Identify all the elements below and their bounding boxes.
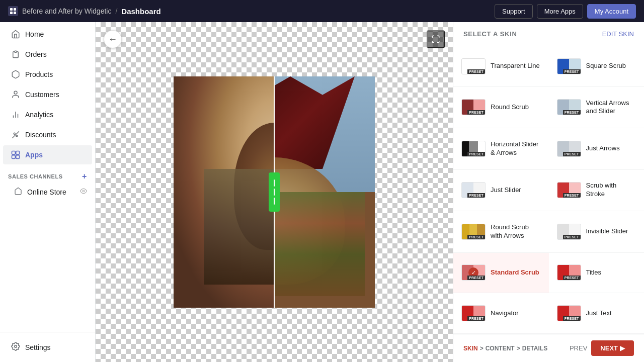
edit-skin-button[interactable]: EDIT SKIN [602,30,634,38]
sidebar: Home Orders Products Customers Analytics [0,22,96,362]
svg-rect-11 [16,151,20,155]
preset-badge: PRESET [467,152,485,156]
settings-icon [11,342,20,352]
skin-label-round: Round Scrub [491,103,529,112]
skin-item-navigator[interactable]: PRESET Navigator [453,293,549,334]
more-apps-button[interactable]: More Apps [537,4,583,19]
preset-badge: PRESET [467,69,485,74]
app-name: Before and After by Widgetic [22,7,111,15]
sidebar-item-products[interactable]: Products [3,65,92,84]
skin-item-scrub-stroke[interactable]: PRESET Scrub with Stroke [549,170,645,211]
sidebar-item-home[interactable]: Home [3,25,92,44]
skin-thumb-square: PRESET [557,58,581,74]
skin-panel-title: SELECT A SKIN [463,30,517,38]
skin-thumb-transparent: PRESET [461,58,486,74]
sidebar-item-analytics[interactable]: Analytics [3,105,92,124]
skin-label-scrub-stroke: Scrub with Stroke [586,182,636,199]
footer-buttons: PREV NEXT ▶ [570,340,634,356]
svg-rect-2 [10,12,13,14]
svg-rect-0 [10,8,13,11]
preset-badge: PRESET [563,69,581,74]
next-arrow-icon: ▶ [620,344,625,352]
svg-rect-10 [12,151,16,155]
svg-point-8 [14,133,15,134]
skin-label-navigator: Navigator [491,309,519,318]
preset-badge: PRESET [467,110,485,115]
skin-item-square[interactable]: PRESET Square Scrub [549,46,645,87]
sidebar-item-orders[interactable]: Orders [3,45,92,64]
preset-badge: PRESET [563,235,581,239]
add-sales-channel-button[interactable]: + [82,172,87,181]
back-button[interactable]: ← [104,30,122,48]
support-button[interactable]: Support [495,4,533,19]
skin-label-round-arrows: Round Scrub with Arrows [491,223,541,240]
sidebar-item-apps[interactable]: Apps [3,145,92,164]
skin-thumb-titles: PRESET [557,264,581,281]
skin-item-transparent[interactable]: PRESET Transparent Line [453,46,549,87]
skin-item-just-arrows[interactable]: PRESET Just Arrows [549,128,645,169]
svg-rect-13 [16,155,20,159]
prev-button[interactable]: PREV [570,344,587,352]
handle-line-3 [274,198,275,205]
sidebar-item-online-store[interactable]: Online Store [0,183,95,201]
skin-thumb-scrub-stroke: PRESET [557,182,581,198]
after-image [274,76,375,308]
sidebar-bottom: Settings [0,332,95,362]
skin-thumb-horizontal: PRESET [461,141,486,157]
sidebar-item-discounts[interactable]: Discounts [3,125,92,144]
skin-item-round[interactable]: PRESET Round Scrub [453,87,549,128]
skin-item-just-slider[interactable]: PRESET Just Slider [453,170,549,211]
sidebar-label-apps: Apps [25,151,43,159]
skin-label-square: Square Scrub [586,62,626,70]
before-image [174,76,274,308]
content-area: ← [96,22,644,362]
skin-label-transparent: Transparent Line [491,62,540,70]
skin-label-vertical: Vertical Arrows and Slider [586,99,636,116]
account-button[interactable]: My Account [587,4,636,19]
skin-item-standard[interactable]: ✓ PRESET Standard Scrub [453,253,549,294]
skin-thumb-vertical: PRESET [557,99,581,115]
skin-label-invisible: Invisible Slider [586,227,628,236]
settings-label: Settings [25,343,51,351]
skin-thumb-round: PRESET [461,99,486,115]
skin-panel-header: SELECT A SKIN EDIT SKIN [453,22,644,46]
skin-item-vertical[interactable]: PRESET Vertical Arrows and Slider [549,87,645,128]
next-button[interactable]: NEXT ▶ [591,340,634,356]
sidebar-item-settings[interactable]: Settings [3,337,92,357]
sidebar-label-products: Products [25,70,53,78]
skin-item-horizontal[interactable]: PRESET Horizontal Slider & Arrows [453,128,549,169]
analytics-icon [11,110,20,119]
sidebar-item-customers[interactable]: Customers [3,85,92,104]
products-icon [11,70,20,79]
preset-badge: PRESET [467,193,485,198]
preset-badge: PRESET [563,276,581,280]
skin-item-just-text[interactable]: PRESET Just Text [549,293,645,334]
home-icon [11,30,20,39]
app-icon [8,6,18,16]
top-bar: Before and After by Widgetic / Dashboard… [0,0,644,22]
online-store-view-icon[interactable] [80,188,87,196]
sales-channels-section: SALES CHANNELS + [0,165,95,183]
preset-badge: PRESET [563,316,581,321]
skin-item-titles[interactable]: PRESET Titles [549,253,645,294]
preset-badge: PRESET [467,235,485,239]
skin-label-just-arrows: Just Arrows [586,144,620,153]
orders-icon [11,50,20,59]
sidebar-label-customers: Customers [25,90,59,99]
skin-item-invisible[interactable]: PRESET Invisible Slider [549,211,645,252]
footer-steps: SKIN > CONTENT > DETAILS [463,345,547,352]
customers-icon [11,90,20,99]
skin-thumb-invisible: PRESET [557,224,581,240]
sidebar-label-home: Home [25,30,44,38]
preset-badge: PRESET [563,110,581,115]
svg-point-4 [14,91,17,94]
skin-item-round-arrows[interactable]: PRESET Round Scrub with Arrows [453,211,549,252]
breadcrumb: Before and After by Widgetic / Dashboard [8,6,161,16]
skin-label-standard: Standard Scrub [491,268,539,277]
sidebar-label-discounts: Discounts [25,131,56,139]
expand-button[interactable] [427,30,445,48]
slider-handle[interactable] [269,172,280,212]
step-details: DETAILS [522,345,547,352]
skin-label-horizontal: Horizontal Slider & Arrows [491,140,541,157]
preset-badge: PRESET [563,152,581,156]
